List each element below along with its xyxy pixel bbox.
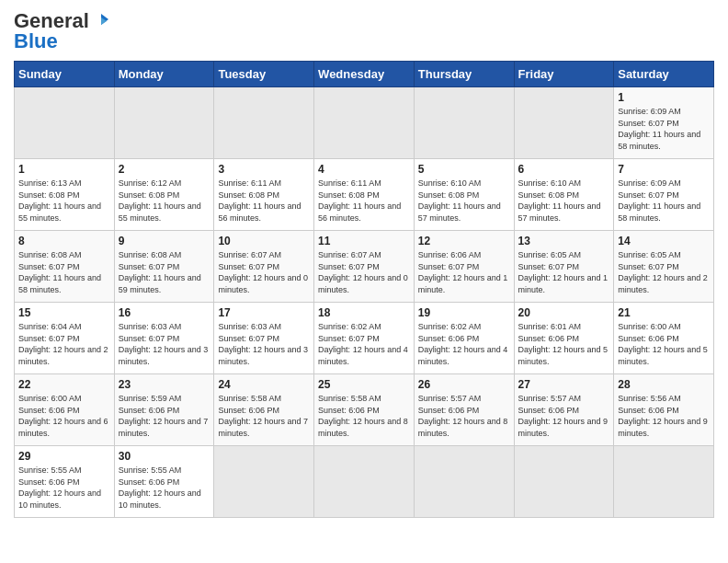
day-cell: 6 Sunrise: 6:10 AM Sunset: 6:08 PM Dayli… xyxy=(514,159,614,231)
day-header-wednesday: Wednesday xyxy=(314,62,415,87)
sunset-text: Sunset: 6:07 PM xyxy=(218,334,279,343)
calendar-table: SundayMondayTuesdayWednesdayThursdayFrid… xyxy=(14,61,714,518)
day-info: Sunrise: 5:57 AM Sunset: 6:06 PM Dayligh… xyxy=(418,393,510,439)
sunset-text: Sunset: 6:08 PM xyxy=(119,190,180,200)
sunset-text: Sunset: 6:07 PM xyxy=(218,262,279,271)
day-number: 29 xyxy=(18,450,110,463)
day-info: Sunrise: 6:00 AM Sunset: 6:06 PM Dayligh… xyxy=(618,321,710,367)
sunrise-text: Sunrise: 6:09 AM xyxy=(618,107,681,116)
day-info: Sunrise: 5:55 AM Sunset: 6:06 PM Dayligh… xyxy=(18,465,110,511)
day-cell: 17 Sunrise: 6:03 AM Sunset: 6:07 PM Dayl… xyxy=(214,303,314,374)
sunrise-text: Sunrise: 6:11 AM xyxy=(318,178,381,188)
day-cell: 28 Sunrise: 5:56 AM Sunset: 6:06 PM Dayl… xyxy=(614,374,714,446)
day-cell: 21 Sunrise: 6:00 AM Sunset: 6:06 PM Dayl… xyxy=(614,303,714,374)
day-number: 2 xyxy=(119,163,210,176)
sunrise-text: Sunrise: 6:02 AM xyxy=(418,322,482,331)
day-info: Sunrise: 6:08 AM Sunset: 6:07 PM Dayligh… xyxy=(18,249,110,295)
header-area: General Blue xyxy=(14,9,714,53)
sunset-text: Sunset: 6:06 PM xyxy=(318,406,380,415)
day-cell: 12 Sunrise: 6:06 AM Sunset: 6:07 PM Dayl… xyxy=(414,231,514,303)
day-cell xyxy=(614,446,714,518)
daylight-text: Daylight: 12 hours and 1 minute. xyxy=(418,273,508,294)
week-row-4: 15 Sunrise: 6:04 AM Sunset: 6:07 PM Dayl… xyxy=(15,303,714,374)
sunrise-text: Sunrise: 6:11 AM xyxy=(218,178,281,188)
daylight-text: Daylight: 12 hours and 3 minutes. xyxy=(119,345,209,366)
day-number: 13 xyxy=(518,235,610,247)
day-info: Sunrise: 6:02 AM Sunset: 6:06 PM Dayligh… xyxy=(418,321,510,367)
sunset-text: Sunset: 6:06 PM xyxy=(119,477,180,487)
sunset-text: Sunset: 6:07 PM xyxy=(119,334,180,343)
day-number: 3 xyxy=(218,163,310,176)
day-info: Sunrise: 6:05 AM Sunset: 6:07 PM Dayligh… xyxy=(518,249,610,295)
sunset-text: Sunset: 6:06 PM xyxy=(618,334,679,343)
day-info: Sunrise: 6:10 AM Sunset: 6:08 PM Dayligh… xyxy=(518,178,610,224)
day-number: 18 xyxy=(318,306,410,319)
day-cell: 10 Sunrise: 6:07 AM Sunset: 6:07 PM Dayl… xyxy=(214,231,314,303)
sunrise-text: Sunrise: 6:09 AM xyxy=(618,178,681,188)
daylight-text: Daylight: 11 hours and 59 minutes. xyxy=(119,273,201,294)
sunrise-text: Sunrise: 6:02 AM xyxy=(318,322,381,331)
week-row-6: 29 Sunrise: 5:55 AM Sunset: 6:06 PM Dayl… xyxy=(15,446,714,518)
day-cell: 4 Sunrise: 6:11 AM Sunset: 6:08 PM Dayli… xyxy=(314,159,415,231)
daylight-text: Daylight: 12 hours and 3 minutes. xyxy=(218,345,308,366)
day-number: 19 xyxy=(418,306,510,319)
day-number: 15 xyxy=(18,306,110,319)
daylight-text: Daylight: 12 hours and 4 minutes. xyxy=(318,345,408,366)
sunset-text: Sunset: 6:06 PM xyxy=(18,406,80,415)
day-info: Sunrise: 6:09 AM Sunset: 6:07 PM Dayligh… xyxy=(618,178,710,224)
day-cell: 20 Sunrise: 6:01 AM Sunset: 6:06 PM Dayl… xyxy=(514,303,614,374)
daylight-text: Daylight: 12 hours and 10 minutes. xyxy=(119,488,201,510)
daylight-text: Daylight: 12 hours and 4 minutes. xyxy=(418,345,508,366)
sunset-text: Sunset: 6:06 PM xyxy=(418,406,480,415)
day-header-friday: Friday xyxy=(514,62,614,87)
daylight-text: Daylight: 12 hours and 10 minutes. xyxy=(18,488,101,510)
day-cell xyxy=(314,87,415,159)
sunrise-text: Sunrise: 6:06 AM xyxy=(418,250,482,259)
sunset-text: Sunset: 6:08 PM xyxy=(318,190,380,200)
day-number: 5 xyxy=(418,163,510,176)
sunrise-text: Sunrise: 5:57 AM xyxy=(518,394,582,403)
day-cell: 14 Sunrise: 6:05 AM Sunset: 6:07 PM Dayl… xyxy=(614,231,714,303)
day-number: 27 xyxy=(518,378,610,391)
sunrise-text: Sunrise: 6:10 AM xyxy=(518,178,582,188)
day-header-sunday: Sunday xyxy=(15,62,115,87)
day-number: 12 xyxy=(418,235,510,247)
daylight-text: Daylight: 11 hours and 58 minutes. xyxy=(18,273,101,294)
daylight-text: Daylight: 11 hours and 58 minutes. xyxy=(618,130,700,151)
week-row-5: 22 Sunrise: 6:00 AM Sunset: 6:06 PM Dayl… xyxy=(15,374,714,446)
sunset-text: Sunset: 6:06 PM xyxy=(518,334,580,343)
day-cell: 24 Sunrise: 5:58 AM Sunset: 6:06 PM Dayl… xyxy=(214,374,314,446)
sunrise-text: Sunrise: 6:03 AM xyxy=(218,322,281,331)
sunset-text: Sunset: 6:07 PM xyxy=(618,262,679,271)
day-cell: 11 Sunrise: 6:07 AM Sunset: 6:07 PM Dayl… xyxy=(314,231,415,303)
day-cell xyxy=(314,446,415,518)
day-info: Sunrise: 6:03 AM Sunset: 6:07 PM Dayligh… xyxy=(119,321,210,367)
daylight-text: Daylight: 12 hours and 1 minute. xyxy=(518,273,609,294)
day-number: 17 xyxy=(218,306,310,319)
day-info: Sunrise: 6:04 AM Sunset: 6:07 PM Dayligh… xyxy=(18,321,110,367)
day-cell xyxy=(214,87,314,159)
daylight-text: Daylight: 12 hours and 7 minutes. xyxy=(218,417,308,438)
daylight-text: Daylight: 12 hours and 8 minutes. xyxy=(318,417,408,438)
sunset-text: Sunset: 6:08 PM xyxy=(418,190,480,200)
day-header-monday: Monday xyxy=(114,62,214,87)
logo: General Blue xyxy=(14,9,110,53)
sunrise-text: Sunrise: 6:13 AM xyxy=(18,178,82,188)
day-cell: 23 Sunrise: 5:59 AM Sunset: 6:06 PM Dayl… xyxy=(114,374,214,446)
day-cell xyxy=(114,87,214,159)
day-info: Sunrise: 5:57 AM Sunset: 6:06 PM Dayligh… xyxy=(518,393,610,439)
day-cell: 19 Sunrise: 6:02 AM Sunset: 6:06 PM Dayl… xyxy=(414,303,514,374)
day-info: Sunrise: 6:07 AM Sunset: 6:07 PM Dayligh… xyxy=(218,249,310,295)
calendar-header-row: SundayMondayTuesdayWednesdayThursdayFrid… xyxy=(15,62,714,87)
day-info: Sunrise: 6:07 AM Sunset: 6:07 PM Dayligh… xyxy=(318,249,410,295)
daylight-text: Daylight: 12 hours and 2 minutes. xyxy=(18,345,108,366)
sunrise-text: Sunrise: 6:05 AM xyxy=(618,250,681,259)
daylight-text: Daylight: 12 hours and 2 minutes. xyxy=(618,273,708,294)
day-number: 30 xyxy=(119,450,210,463)
sunset-text: Sunset: 6:07 PM xyxy=(119,262,180,271)
sunset-text: Sunset: 6:07 PM xyxy=(318,262,380,271)
daylight-text: Daylight: 11 hours and 58 minutes. xyxy=(618,201,700,223)
sunset-text: Sunset: 6:07 PM xyxy=(518,262,580,271)
day-cell: 29 Sunrise: 5:55 AM Sunset: 6:06 PM Dayl… xyxy=(15,446,115,518)
day-cell xyxy=(514,446,614,518)
